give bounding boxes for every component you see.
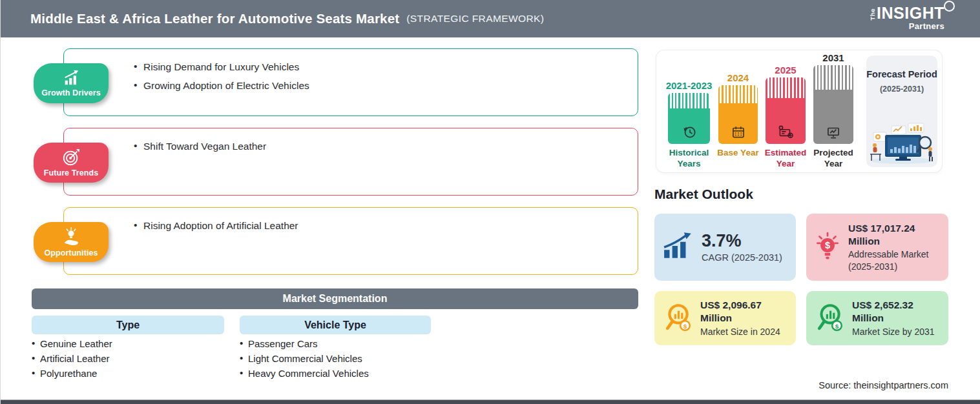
- insight-partners-logo: The INSIGHT Partners: [870, 6, 944, 30]
- market-outlook-title: Market Outlook: [654, 187, 753, 202]
- future-trends-box: Future Trends Shift Toward Vegan Leather: [63, 128, 638, 196]
- base-year-value: 2024: [718, 72, 758, 83]
- list-item: Polyurethane: [32, 368, 112, 379]
- framework-tag: (STRATEGIC FRAMEWORK): [406, 13, 544, 25]
- opportunities-box: Opportunities Rising Adoption of Artific…: [63, 207, 638, 275]
- logo-insight-text: INSIGHT: [877, 6, 944, 20]
- list-item: Shift Toward Vegan Leather: [134, 141, 638, 152]
- bulb-dollar-icon: $: [814, 231, 841, 261]
- bottom-divider-bar: [1, 399, 980, 404]
- growth-drivers-badge: Growth Drivers: [34, 63, 109, 103]
- bulb-hand-icon: [61, 227, 81, 247]
- market-size-2031-label: Market Size by 2031: [852, 326, 941, 338]
- estimated-year-label: Estimated Year: [757, 148, 814, 170]
- future-trends-list: Shift Toward Vegan Leather: [64, 128, 638, 152]
- future-trends-label: Future Trends: [44, 168, 99, 177]
- estimate-document-icon: [777, 124, 795, 141]
- clock-history-icon: [681, 124, 698, 141]
- forecast-period-title: Forecast Period: [866, 68, 937, 81]
- estimated-year-value: 2025: [766, 65, 806, 76]
- estimated-year-bar: [766, 77, 806, 144]
- historical-years-range: 2021-2023: [660, 80, 718, 91]
- cagr-card: 3.7% CAGR (2025-2031): [654, 214, 796, 281]
- svg-text:$: $: [683, 323, 687, 330]
- projected-year-label: Projected Year: [808, 148, 859, 170]
- projected-year-value: 2031: [813, 52, 853, 63]
- base-year-bar: [718, 85, 758, 144]
- growth-bars-arrow-icon: [662, 232, 694, 260]
- historical-years-bar: [668, 93, 710, 144]
- list-item: Heavy Commercial Vehicles: [240, 368, 369, 379]
- list-item: Artificial Leather: [32, 353, 112, 364]
- list-item: Growing Adoption of Electric Vehicles: [134, 80, 638, 92]
- addressable-market-label: Addressable Market (2025-2031): [848, 248, 941, 272]
- vehicle-type-segment-list: Passenger Cars Light Commercial Vehicles…: [240, 338, 369, 383]
- logo-the-text: The: [870, 8, 876, 20]
- growth-chart-icon: [61, 69, 81, 87]
- header-bar: Middle East & Africa Leather for Automot…: [1, 0, 980, 37]
- forecast-period-panel: Forecast Period (2025-2031): [866, 56, 937, 167]
- list-item: Passenger Cars: [240, 338, 369, 349]
- addressable-market-value: US$ 17,017.24 Million: [848, 222, 941, 248]
- opportunities-badge: Opportunities: [34, 222, 109, 262]
- opportunities-label: Opportunities: [44, 248, 98, 258]
- base-year-label: Base Year: [715, 148, 761, 159]
- list-item: Light Commercial Vehicles: [240, 353, 369, 364]
- segment-column-vehicle-header: Vehicle Type: [240, 316, 431, 334]
- projected-year-bar: [813, 65, 853, 144]
- page-title: Middle East & Africa Leather for Automot…: [30, 11, 399, 26]
- calendar-icon: [730, 124, 747, 141]
- market-segmentation-header: Market Segmentation: [32, 288, 638, 309]
- magnifier-lens-icon: [944, 1, 955, 12]
- list-item: Rising Demand for Luxury Vehicles: [134, 61, 638, 73]
- market-size-2031-card: $ US$ 2,652.32 Million Market Size by 20…: [806, 291, 948, 345]
- market-size-2024-card: $ US$ 2,096.67 Million Market Size in 20…: [654, 291, 796, 345]
- magnifier-chart-dollar-icon: $: [814, 302, 845, 332]
- market-size-2031-value: US$ 2,652.32 Million: [852, 299, 941, 325]
- addressable-market-card: $ US$ 17,017.24 Million Addressable Mark…: [806, 214, 948, 281]
- market-size-2024-label: Market Size in 2024: [700, 326, 788, 338]
- forecast-period-range: (2025-2031): [866, 85, 937, 94]
- opportunities-list: Rising Adoption of Artificial Leather: [64, 208, 638, 232]
- target-dart-icon: [61, 148, 81, 167]
- logo-partners-text: Partners: [870, 21, 944, 31]
- strategic-framework-slide: Middle East & Africa Leather for Automot…: [0, 0, 980, 404]
- source-attribution: Source: theinsightpartners.com: [818, 380, 948, 390]
- list-item: Genuine Leather: [32, 338, 112, 349]
- growth-drivers-list: Rising Demand for Luxury Vehicles Growin…: [64, 49, 638, 92]
- svg-text:$: $: [835, 323, 839, 330]
- growth-drivers-label: Growth Drivers: [41, 88, 101, 97]
- svg-text:$: $: [825, 240, 830, 250]
- cagr-label: CAGR (2025-2031): [702, 252, 782, 263]
- historical-years-label: Historical Years: [658, 148, 720, 170]
- magnifier-chart-dollar-icon: $: [662, 302, 693, 332]
- growth-drivers-box: Growth Drivers Rising Demand for Luxury …: [63, 48, 638, 116]
- market-size-2024-value: US$ 2,096.67 Million: [700, 299, 788, 325]
- cagr-value: 3.7%: [702, 232, 782, 251]
- list-item: Rising Adoption of Artificial Leather: [134, 220, 638, 232]
- projection-board-icon: [825, 124, 842, 141]
- research-timeline-card: 2021-2023 2024 2025 2031: [656, 50, 942, 172]
- type-segment-list: Genuine Leather Artificial Leather Polyu…: [32, 338, 112, 383]
- future-trends-badge: Future Trends: [34, 143, 109, 183]
- analytics-illustration: [868, 121, 935, 165]
- segment-column-type-header: Type: [32, 316, 224, 334]
